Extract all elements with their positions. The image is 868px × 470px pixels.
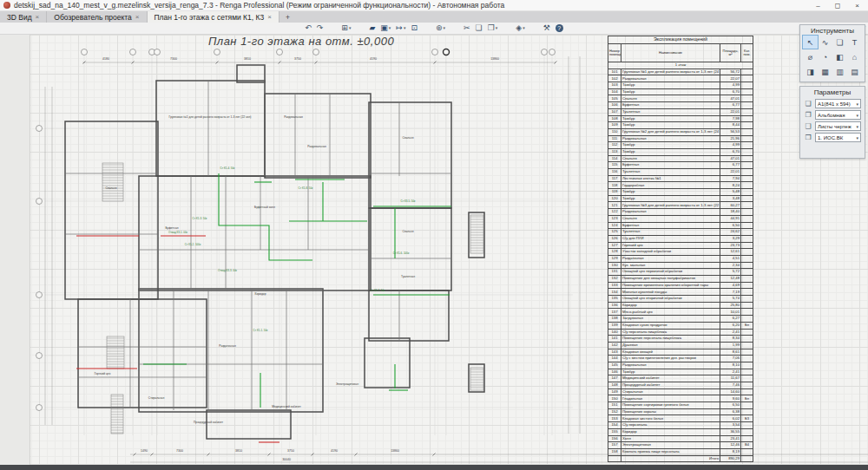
edit-table-tool-button[interactable]: ▦ <box>818 65 832 78</box>
table-row[interactable]: 132Помещение для овощных полуфабрикатов1… <box>608 276 753 283</box>
table-row[interactable]: 126С/у для ПУИ3,29 <box>608 235 753 242</box>
hatch-tool-button[interactable]: ◧ <box>832 50 847 63</box>
section-tool-button[interactable]: ◔ <box>818 50 832 63</box>
table-row[interactable]: 120Тамбур3,48 <box>608 195 753 202</box>
drawing-canvas[interactable]: 4180730038103750419013860149073003810375… <box>0 35 868 465</box>
table-row[interactable]: 150Гладильная9,60Бн <box>608 395 753 402</box>
minimize-button[interactable]: – <box>816 2 819 10</box>
table-row[interactable]: 137Мясо-рыбный цех10,01 <box>608 309 753 316</box>
table-row[interactable]: 104Тамбур6,70 <box>608 88 753 95</box>
table-row[interactable]: 142Душевая1,99 <box>608 342 753 349</box>
table-row[interactable]: 117Лестничная клетка №17,94 <box>608 175 753 182</box>
assembly-tool-button[interactable]: ◨ <box>803 65 818 78</box>
help-button[interactable]: ? <box>556 24 563 32</box>
table-row[interactable]: 154С/у персонала3,54 <box>608 422 753 429</box>
style-select[interactable]: 1. ИОС.ВК▾ <box>815 133 861 142</box>
table-row[interactable]: 128Участок холодной обработки12,61 <box>608 249 753 256</box>
print-button[interactable]: ⊡ <box>411 24 418 32</box>
sync-button[interactable]: ⊛▾ <box>436 24 445 32</box>
sheet-type-select[interactable]: Листы чертеж▾ <box>815 121 861 131</box>
table-row[interactable]: 138Загрузочная6,27 <box>608 316 753 323</box>
tab-close-icon[interactable]: × <box>135 13 140 21</box>
copy-button[interactable]: ❏ <box>476 24 483 32</box>
save-button[interactable]: ▣▾ <box>380 24 391 32</box>
table-row[interactable]: 133Помещение временного хранения оборотн… <box>608 282 753 289</box>
room-schedule-table[interactable]: Экспликация помещенийНомер помещенияНаим… <box>608 36 753 462</box>
tab-close-icon[interactable]: × <box>36 13 40 21</box>
table-row[interactable]: 109Тамбур8,44 <box>608 122 753 129</box>
table-row[interactable]: 153Кладовая чистого белья6,02БЗ <box>608 415 753 422</box>
new-tab-button[interactable]: + <box>279 11 296 23</box>
table-row[interactable]: 141Помещение персонала пищеблока8,34 <box>608 336 753 343</box>
undo-button[interactable]: ↶ <box>305 24 312 32</box>
table-row[interactable]: 151Помещение сортировки грязного белья6,… <box>608 402 753 409</box>
table-row[interactable]: 121Групповая №3 для детей раннего возрас… <box>608 202 753 209</box>
view-options-button[interactable]: ⊞▾ <box>341 24 351 32</box>
table-row[interactable]: 127Горячий цех23,73 <box>608 242 753 249</box>
table-row[interactable]: 135Овощной цех вторичной обработки5,74 <box>608 296 753 303</box>
table-row[interactable]: 110Групповая №2 для детей раннего возрас… <box>608 128 753 135</box>
table-row[interactable]: 122Раздевальная18,40 <box>608 209 753 216</box>
table-row[interactable]: 139Кладовая сухих продуктов6,20Бн <box>608 322 753 329</box>
table-row[interactable]: 108Тамбур7,98 <box>608 115 753 122</box>
table-row[interactable]: 102Раздевальная22,07 <box>608 75 753 82</box>
table-row[interactable]: 131Овощной цех первичной обработки5,72 <box>608 269 753 276</box>
table-row[interactable]: 106Буфетная6,77 <box>608 102 753 109</box>
table-row[interactable]: 125Туалетная24,62 <box>608 229 753 236</box>
spline-tool-button[interactable]: ∿ <box>818 36 832 49</box>
dimension-tool-button[interactable]: ⌀ <box>803 50 818 63</box>
table-row[interactable]: 130Кух. мыльная2,34 <box>608 262 753 269</box>
text-tool-button[interactable]: T <box>847 36 862 49</box>
table-row[interactable]: 152Помещение охраны6,38 <box>608 408 753 415</box>
table-row[interactable]: 155Коридор36,55 <box>608 428 753 435</box>
table-row[interactable]: 149Стиральная14,60 <box>608 388 753 395</box>
table-row[interactable]: 113Тамбур6,70 <box>608 148 753 155</box>
table-row[interactable]: 112Тамбур4,99 <box>608 142 753 149</box>
settings-button[interactable]: ⚒ <box>543 24 550 32</box>
table-row[interactable]: 111Раздевальная21,96 <box>608 135 753 142</box>
table-row[interactable]: 158Комната приема пищи персонала8,19 <box>608 448 753 455</box>
open-project-button[interactable]: ▰ <box>369 24 375 32</box>
style-button[interactable]: ◈▾ <box>516 24 524 32</box>
paste-button[interactable]: ❐▾ <box>488 24 498 32</box>
close-button[interactable]: × <box>855 2 859 10</box>
table-row[interactable]: 148Процедурный кабинет7,46 <box>608 382 753 389</box>
table-row[interactable]: 144С/у с местом приготовления дез. раств… <box>608 356 753 362</box>
maximize-button[interactable]: ◻ <box>835 2 841 10</box>
table-row[interactable]: 119Тамбур5,48 <box>608 189 753 196</box>
table-row[interactable]: 123Спальня44,91 <box>608 215 753 222</box>
cut-button[interactable]: ✂ <box>464 24 470 32</box>
table-row[interactable]: 143Кладовая овощей8,61 <box>608 349 753 356</box>
table-row[interactable]: 134Моечная кухонной посуды7,19 <box>608 289 753 296</box>
table-row[interactable]: 116Туалетная22,01 <box>608 169 753 176</box>
table-row[interactable]: 157Электрощитовая12,46В4 <box>608 442 753 449</box>
redo-button[interactable]: ↷ <box>317 24 324 32</box>
table-row[interactable]: 103Тамбур4,99 <box>608 82 753 89</box>
tab-1[interactable]: 3D Вид× <box>0 11 47 23</box>
tab-3[interactable]: План 1-го этажа с сетями К1, К3× <box>148 11 279 23</box>
model-view-tool-button[interactable]: ⌂ <box>847 50 862 63</box>
table-tool-button[interactable]: ▥ <box>832 65 847 78</box>
table-row[interactable]: 146Тамбур2,41 <box>608 369 753 375</box>
tab-close-icon[interactable]: × <box>267 13 272 21</box>
table-row[interactable]: 105Спальня47,01 <box>608 95 753 102</box>
table-row[interactable]: 114Спальня47,01 <box>608 155 753 162</box>
table-row[interactable]: 147Медицинский кабинет11,67 <box>608 375 753 382</box>
legend-tool-button[interactable]: ▤ <box>847 65 862 78</box>
tab-2[interactable]: Обозреватель проекта× <box>47 11 147 23</box>
table-row[interactable]: 156Холл23,41 <box>608 435 753 442</box>
table-row[interactable]: 118Гардеробная8,24 <box>608 182 753 189</box>
table-row[interactable]: 136Коридор25,80 <box>608 302 753 309</box>
table-row[interactable]: 124Буфетная6,50 <box>608 222 753 229</box>
table-row[interactable]: 101Групповая №1 для детей раннего возрас… <box>608 69 753 75</box>
orientation-select[interactable]: Альбомная▾ <box>815 110 861 120</box>
export-button[interactable]: ↦▾ <box>396 24 405 32</box>
table-row[interactable]: 129Раздаточная4,51 <box>608 255 753 262</box>
select-tool-button[interactable]: ↖ <box>803 36 818 49</box>
table-row[interactable]: 115Буфетная6,77 <box>608 162 753 169</box>
paper-size-select[interactable]: А1(841 x 594)▾ <box>815 99 861 108</box>
table-row[interactable]: 107Туалетная22,01 <box>608 108 753 115</box>
copy-objects-tool-button[interactable]: ❏ <box>832 36 847 49</box>
table-row[interactable]: 140С/у персонала пищеблока2,41 <box>608 329 753 336</box>
table-row[interactable]: 145Раздевальная8,10 <box>608 362 753 369</box>
